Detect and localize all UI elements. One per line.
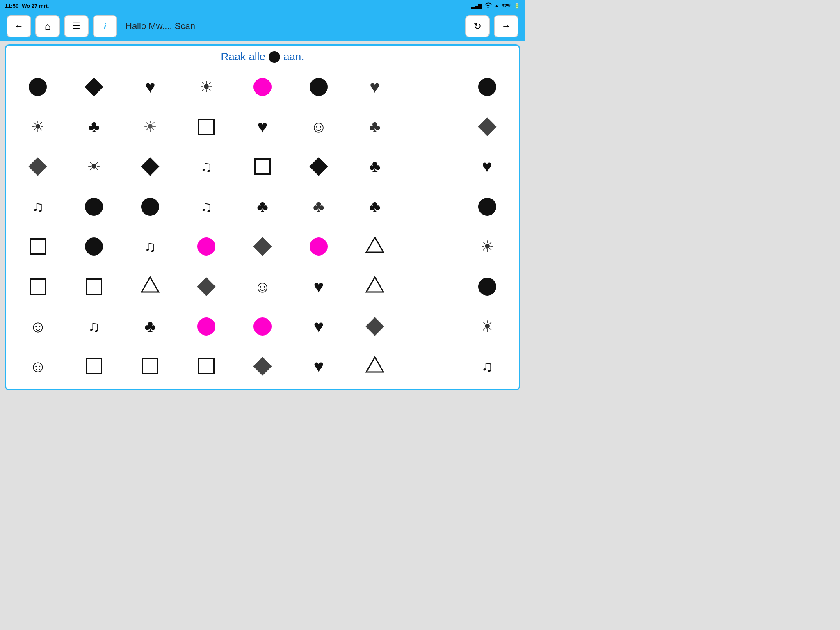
list-item[interactable]: ♥ [291, 347, 346, 386]
list-item[interactable] [10, 267, 66, 306]
list-item[interactable]: ♫ [10, 187, 66, 226]
black-circle [85, 237, 103, 256]
list-item[interactable] [123, 187, 178, 226]
list-button[interactable]: ☰ [64, 15, 89, 37]
club-symbol: ♣ [369, 158, 381, 175]
list-item[interactable]: ♣ [347, 147, 402, 186]
black-heart: ♥ [313, 318, 324, 335]
list-item[interactable]: ♣ [123, 307, 178, 346]
smiley-face: ☺ [30, 318, 46, 335]
list-item[interactable] [235, 227, 290, 266]
list-item[interactable]: ♥ [123, 67, 178, 106]
music-note: ♫ [144, 239, 156, 254]
list-item[interactable] [347, 227, 402, 266]
date: Wo 27 mrt. [22, 3, 49, 9]
club-symbol: ♣ [313, 198, 324, 215]
music-note: ♫ [201, 159, 212, 174]
list-item[interactable]: ☀ [459, 307, 515, 346]
list-item[interactable] [66, 267, 122, 306]
list-item[interactable]: ☀ [179, 67, 234, 106]
list-item[interactable]: ♥ [459, 147, 515, 186]
magenta-circle [197, 237, 215, 256]
list-item[interactable]: ☀ [66, 147, 122, 186]
list-item[interactable]: ♣ [347, 187, 402, 226]
dark-diamond [365, 317, 384, 336]
list-item[interactable] [179, 347, 234, 386]
list-item[interactable] [459, 267, 515, 306]
dark-diamond [197, 277, 215, 296]
music-note: ♫ [481, 358, 493, 374]
list-item[interactable] [347, 347, 402, 386]
list-item[interactable] [66, 67, 122, 106]
refresh-button[interactable]: ↻ [465, 15, 490, 37]
list-item[interactable]: ♥ [291, 307, 346, 346]
list-item[interactable] [459, 107, 515, 146]
list-item[interactable] [291, 67, 346, 106]
list-item[interactable] [123, 347, 178, 386]
list-item[interactable] [347, 307, 402, 346]
list-item[interactable]: ♣ [291, 187, 346, 226]
black-circle [85, 198, 103, 216]
list-item[interactable]: ☺ [10, 307, 66, 346]
list-item[interactable] [179, 227, 234, 266]
list-item[interactable] [235, 307, 290, 346]
list-item[interactable] [123, 267, 178, 306]
sun-symbol: ☀ [199, 79, 213, 95]
list-item[interactable]: ♣ [347, 107, 402, 146]
list-item[interactable] [66, 187, 122, 226]
black-heart: ♥ [313, 358, 324, 375]
svg-marker-0 [366, 237, 383, 252]
list-item[interactable] [123, 147, 178, 186]
magenta-circle [310, 237, 328, 256]
home-icon: ⌂ [45, 21, 51, 32]
svg-marker-3 [366, 357, 383, 372]
list-item[interactable] [10, 227, 66, 266]
list-item[interactable]: ☺ [10, 347, 66, 386]
battery-icon: 🔋 [514, 3, 520, 9]
sun-symbol: ☀ [480, 239, 494, 254]
list-item[interactable] [179, 267, 234, 306]
list-item[interactable]: ♫ [66, 307, 122, 346]
list-item[interactable]: ☀ [123, 107, 178, 146]
back-button[interactable]: ← [7, 15, 31, 37]
list-item[interactable] [235, 67, 290, 106]
sun-symbol: ☀ [143, 119, 157, 135]
list-item[interactable]: ♫ [123, 227, 178, 266]
list-item[interactable] [235, 147, 290, 186]
list-item[interactable]: ☀ [459, 227, 515, 266]
list-item[interactable] [179, 107, 234, 146]
list-item[interactable] [66, 347, 122, 386]
info-button[interactable]: i [93, 15, 117, 37]
list-item[interactable]: ♫ [179, 147, 234, 186]
list-item[interactable]: ♥ [347, 67, 402, 106]
home-button[interactable]: ⌂ [35, 15, 60, 37]
main-content: Raak alle aan. ♥ ☀ ♥ ☀ ♣ ☀ ♥ ☺ ♣ ☀ ♫ ♣ ♥ [5, 44, 520, 390]
black-circle [310, 78, 328, 96]
list-item[interactable] [291, 147, 346, 186]
list-item[interactable]: ☺ [235, 267, 290, 306]
list-item[interactable]: ♫ [459, 347, 515, 386]
instruction: Raak alle aan. [10, 50, 515, 63]
forward-button[interactable]: → [494, 15, 518, 37]
list-item[interactable] [347, 267, 402, 306]
dark-diamond [29, 158, 47, 176]
list-item[interactable]: ☀ [10, 107, 66, 146]
black-heart: ♥ [145, 78, 155, 96]
list-item[interactable]: ♣ [235, 187, 290, 226]
list-item[interactable]: ☺ [291, 107, 346, 146]
list-item[interactable] [291, 227, 346, 266]
list-item[interactable]: ♣ [66, 107, 122, 146]
magenta-circle [253, 317, 272, 336]
list-item[interactable]: ♫ [179, 187, 234, 226]
list-item [403, 187, 459, 226]
list-item[interactable] [10, 67, 66, 106]
list-item[interactable] [179, 307, 234, 346]
list-item[interactable]: ♥ [291, 267, 346, 306]
list-item[interactable] [66, 227, 122, 266]
list-item[interactable] [235, 347, 290, 386]
list-item[interactable]: ♥ [235, 107, 290, 146]
list-item[interactable] [459, 67, 515, 106]
list-item[interactable] [459, 187, 515, 226]
status-left: 11:50 Wo 27 mrt. [5, 3, 49, 9]
list-item[interactable] [10, 147, 66, 186]
